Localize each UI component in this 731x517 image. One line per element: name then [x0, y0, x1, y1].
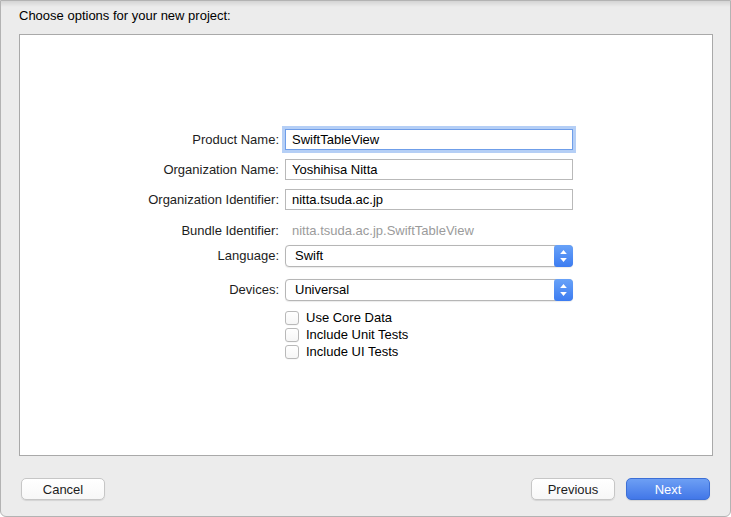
chevron-up-down-icon — [559, 249, 568, 263]
dialog-title: Choose options for your new project: — [19, 8, 231, 23]
devices-popup-cap[interactable] — [554, 279, 573, 301]
include-unit-tests-checkbox[interactable] — [285, 328, 299, 342]
cancel-button[interactable]: Cancel — [21, 478, 105, 500]
bundle-identifier-value: nitta.tsuda.ac.jp.SwiftTableView — [292, 220, 474, 241]
devices-selected-value: Universal — [295, 280, 349, 300]
language-select[interactable]: Swift — [285, 245, 573, 267]
include-ui-tests-checkbox[interactable] — [285, 345, 299, 359]
language-popup-cap[interactable] — [554, 245, 573, 267]
previous-button[interactable]: Previous — [531, 478, 615, 500]
devices-label: Devices: — [31, 279, 279, 300]
window-top-shade — [1, 1, 730, 7]
include-unit-tests-label: Include Unit Tests — [306, 327, 408, 343]
chevron-up-down-icon — [559, 283, 568, 297]
use-core-data-checkbox[interactable] — [285, 311, 299, 325]
bundle-identifier-label: Bundle Identifier: — [31, 220, 279, 241]
product-name-label: Product Name: — [31, 129, 279, 150]
use-core-data-label: Use Core Data — [306, 310, 392, 326]
product-name-input[interactable] — [285, 129, 573, 150]
language-label: Language: — [31, 245, 279, 266]
organization-name-input[interactable] — [285, 159, 573, 180]
language-selected-value: Swift — [295, 246, 323, 266]
devices-select[interactable]: Universal — [285, 279, 573, 301]
organization-identifier-input[interactable] — [285, 189, 573, 210]
organization-identifier-label: Organization Identifier: — [31, 189, 279, 210]
organization-name-label: Organization Name: — [31, 159, 279, 180]
new-project-options-dialog: Choose options for your new project: Pro… — [0, 0, 731, 517]
next-button[interactable]: Next — [626, 478, 710, 500]
include-ui-tests-label: Include UI Tests — [306, 344, 398, 360]
